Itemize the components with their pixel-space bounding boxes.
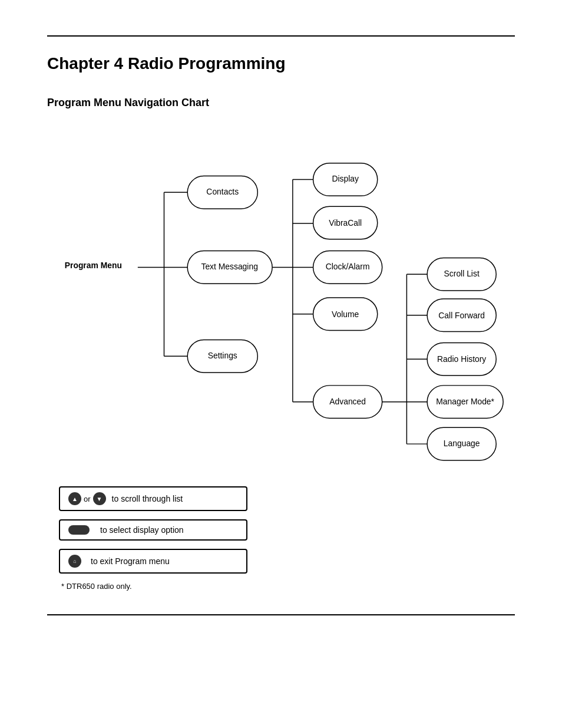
- manager-mode-label: Manager Mode*: [436, 397, 494, 406]
- contacts-label: Contacts: [206, 187, 239, 196]
- settings-label: Settings: [208, 351, 237, 360]
- legend-select: to select display option: [59, 519, 247, 541]
- clock-alarm-label: Clock/Alarm: [326, 262, 370, 271]
- select-icon-wrapper: [68, 525, 90, 535]
- text-messaging-label: Text Messaging: [201, 262, 257, 271]
- exit-label: to exit Program menu: [91, 556, 170, 566]
- volume-label: Volume: [332, 309, 359, 319]
- footnote: * DTR650 radio only.: [59, 582, 515, 591]
- legend-area: ▲ or ▼ to scroll through list to select …: [47, 486, 515, 591]
- select-button-icon: [68, 525, 90, 535]
- top-rule: [47, 35, 515, 37]
- program-menu-label: Program Menu: [65, 261, 122, 270]
- chapter-title: Chapter 4 Radio Programming: [47, 54, 515, 73]
- legend-scroll: ▲ or ▼ to scroll through list: [59, 486, 247, 511]
- nav-chart: Program Menu Contacts Text Messaging Set…: [47, 127, 515, 469]
- radio-history-label: Radio History: [437, 354, 486, 364]
- section-title: Program Menu Navigation Chart: [47, 97, 515, 109]
- legend-exit: ⌂ to exit Program menu: [59, 549, 247, 574]
- or-text: or: [84, 495, 91, 503]
- language-label: Language: [444, 439, 480, 448]
- chart-svg: Program Menu Contacts Text Messaging Set…: [47, 127, 515, 469]
- home-button-icon: ⌂: [68, 555, 81, 568]
- scroll-icons: ▲ or ▼: [68, 492, 106, 505]
- page-container: Chapter 4 Radio Programming Program Menu…: [0, 0, 562, 651]
- bottom-rule: [47, 614, 515, 615]
- scroll-list-label: Scroll List: [444, 269, 480, 278]
- call-forward-label: Call Forward: [438, 311, 485, 320]
- up-arrow-icon: ▲: [68, 492, 81, 505]
- scroll-label: to scroll through list: [112, 494, 183, 503]
- select-label: to select display option: [100, 525, 184, 535]
- display-label: Display: [332, 174, 359, 183]
- down-arrow-icon: ▼: [93, 492, 106, 505]
- vibracall-label: VibraCall: [329, 218, 362, 228]
- advanced-label: Advanced: [329, 397, 366, 406]
- home-icon-wrapper: ⌂: [68, 555, 81, 568]
